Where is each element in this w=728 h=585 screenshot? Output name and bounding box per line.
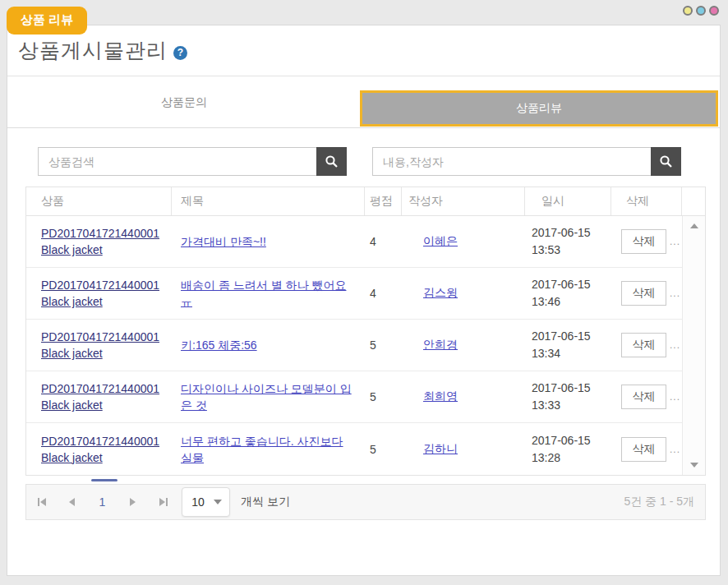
- delete-cell: 삭제 ...: [611, 333, 682, 357]
- product-cell: PD2017041721440001Black jacket: [26, 225, 172, 258]
- delete-button[interactable]: 삭제: [621, 437, 666, 462]
- product-link[interactable]: PD2017041721440001Black jacket: [41, 279, 159, 308]
- product-search-button[interactable]: [316, 147, 347, 176]
- column-header-title: 제목: [172, 187, 365, 215]
- content-author-search-input[interactable]: [372, 147, 651, 176]
- scroll-down-icon[interactable]: [690, 463, 698, 468]
- product-cell: PD2017041721440001Black jacket: [26, 277, 172, 310]
- rating-cell: 5: [365, 443, 402, 456]
- tab-product-review[interactable]: 상품리뷰: [360, 90, 718, 127]
- product-search-input[interactable]: [38, 147, 316, 176]
- page-number-1[interactable]: 1: [87, 485, 117, 519]
- date-cell: 2017-06-1513:28: [525, 432, 611, 467]
- title-cell: 너무 편하고 좋습니다. 사진보다 실물: [172, 433, 365, 466]
- search-icon: [659, 154, 673, 168]
- date-cell: 2017-06-1513:34: [525, 328, 611, 362]
- last-page-icon: [159, 498, 165, 506]
- author-link[interactable]: 김스윙: [423, 286, 458, 299]
- review-table: 상품 제목 평점 작성자 일시 삭제 PD2017041721440001Bla…: [25, 187, 706, 476]
- item-range-label: 5건 중 1 - 5개: [624, 495, 705, 509]
- title-cell: 가격대비 만족~!!: [172, 233, 365, 250]
- date-cell: 2017-06-1513:33: [525, 380, 611, 414]
- column-header-date: 일시: [525, 187, 611, 215]
- window-controls: [683, 6, 719, 16]
- delete-cell: 삭제 ...: [611, 229, 682, 254]
- product-cell: PD2017041721440001Black jacket: [26, 329, 172, 362]
- table-header-row: 상품 제목 평점 작성자 일시 삭제: [26, 187, 705, 216]
- date-cell: 2017-06-1513:46: [525, 276, 611, 311]
- page-title: 상품게시물관리: [18, 37, 168, 64]
- table-rows: PD2017041721440001Black jacket 가격대비 만족~!…: [26, 216, 682, 475]
- delete-button[interactable]: 삭제: [621, 281, 666, 306]
- tab-bar: 상품문의 상품리뷰: [7, 76, 720, 128]
- last-page-button[interactable]: [148, 485, 178, 519]
- table-row: PD2017041721440001Black jacket 너무 편하고 좋습…: [26, 423, 682, 475]
- per-page-label: 개씩 보기: [241, 495, 290, 509]
- author-cell: 김스윙: [402, 286, 525, 301]
- product-link[interactable]: PD2017041721440001Black jacket: [41, 435, 159, 464]
- author-link[interactable]: 안희경: [423, 338, 458, 351]
- prev-page-button[interactable]: [57, 485, 87, 519]
- product-cell: PD2017041721440001Black jacket: [26, 433, 172, 466]
- table-row: PD2017041721440001Black jacket 가격대비 만족~!…: [26, 216, 682, 268]
- window-dot-pink[interactable]: [709, 6, 719, 16]
- rating-cell: 4: [365, 235, 402, 248]
- row-resize-handle[interactable]: ...: [670, 444, 680, 455]
- review-title-link[interactable]: 가격대비 만족~!!: [181, 235, 266, 248]
- author-link[interactable]: 김하니: [423, 442, 458, 455]
- product-cell: PD2017041721440001Black jacket: [26, 380, 172, 413]
- table-row: PD2017041721440001Black jacket 키:165 체중:…: [26, 320, 682, 371]
- table-row: PD2017041721440001Black jacket 디자인이나 사이즈…: [26, 371, 682, 423]
- delete-cell: 삭제 ...: [611, 437, 682, 462]
- prev-page-icon: [69, 498, 75, 506]
- delete-cell: 삭제 ...: [611, 385, 682, 409]
- first-page-icon: [38, 498, 39, 506]
- row-resize-handle[interactable]: ...: [670, 236, 680, 247]
- row-resize-handle[interactable]: ...: [670, 288, 680, 299]
- date-cell: 2017-06-1513:53: [525, 224, 611, 259]
- product-link[interactable]: PD2017041721440001Black jacket: [41, 227, 159, 256]
- rating-cell: 4: [365, 287, 402, 300]
- title-cell: 배송이 좀 느려서 별 하나 뺐어요 ㅠ: [172, 277, 365, 310]
- tab-product-inquiry[interactable]: 상품문의: [7, 76, 361, 128]
- page-size-dropdown[interactable]: 10: [182, 487, 230, 517]
- content-search-group: [372, 147, 681, 176]
- first-page-button[interactable]: [26, 485, 57, 519]
- main-panel: 상품게시물관리 ? 상품문의 상품리뷰 상품 제목 평점 작성자 일시 삭제: [7, 25, 721, 576]
- product-link[interactable]: PD2017041721440001Black jacket: [41, 382, 159, 412]
- review-title-link[interactable]: 디자인이나 사이즈나 모델분이 입은 것: [181, 382, 352, 412]
- product-link[interactable]: PD2017041721440001Black jacket: [41, 330, 159, 360]
- author-link[interactable]: 최희영: [423, 389, 458, 403]
- column-header-delete: 삭제: [611, 187, 682, 215]
- rating-cell: 5: [365, 339, 402, 352]
- review-title-link[interactable]: 배송이 좀 느려서 별 하나 뺐어요 ㅠ: [181, 279, 346, 308]
- column-header-product: 상품: [26, 187, 172, 215]
- review-title-link[interactable]: 키:165 체중:56: [181, 339, 257, 352]
- table-body: PD2017041721440001Black jacket 가격대비 만족~!…: [26, 216, 705, 475]
- next-page-button[interactable]: [117, 485, 148, 519]
- review-title-link[interactable]: 너무 편하고 좋습니다. 사진보다 실물: [181, 435, 343, 464]
- vertical-scrollbar[interactable]: [682, 216, 705, 475]
- window-dot-yellow[interactable]: [683, 6, 693, 16]
- chevron-down-icon: [214, 500, 222, 504]
- author-cell: 김하니: [402, 442, 525, 457]
- title-cell: 디자인이나 사이즈나 모델분이 입은 것: [172, 380, 365, 413]
- delete-button[interactable]: 삭제: [621, 333, 666, 357]
- author-cell: 이혜은: [402, 234, 525, 249]
- author-link[interactable]: 이혜은: [423, 234, 458, 247]
- window-dot-blue[interactable]: [696, 6, 706, 16]
- title-cell: 키:165 체중:56: [172, 337, 365, 353]
- rating-cell: 5: [365, 390, 402, 403]
- content-search-button[interactable]: [651, 147, 681, 176]
- delete-button[interactable]: 삭제: [621, 385, 666, 409]
- row-resize-handle[interactable]: ...: [670, 339, 680, 351]
- current-page-indicator: [91, 479, 117, 481]
- search-icon: [325, 154, 339, 168]
- author-cell: 최희영: [402, 389, 525, 404]
- pagination-bar: 1 10 개씩 보기 5건 중 1 - 5개: [25, 484, 706, 520]
- column-header-author: 작성자: [402, 187, 525, 215]
- row-resize-handle[interactable]: ...: [670, 391, 680, 403]
- scroll-up-icon[interactable]: [690, 223, 698, 228]
- delete-button[interactable]: 삭제: [621, 229, 666, 254]
- help-icon[interactable]: ?: [173, 46, 187, 60]
